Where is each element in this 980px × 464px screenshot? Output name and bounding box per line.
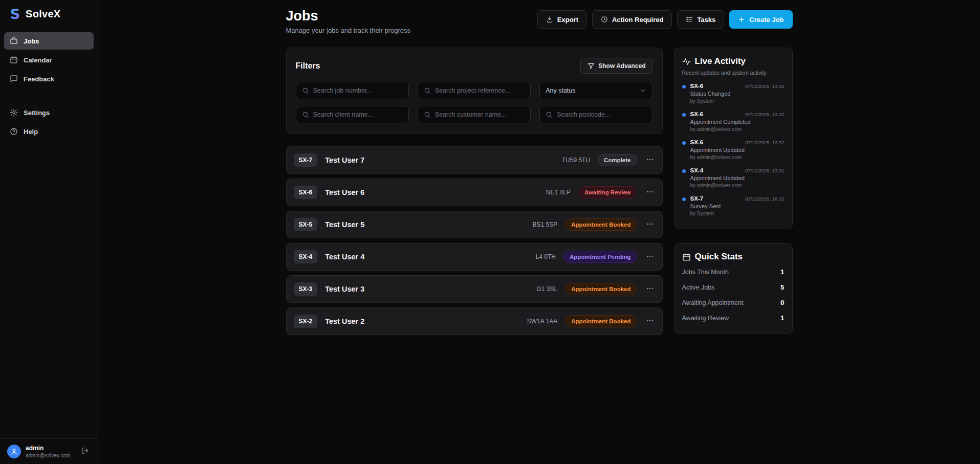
customer-name-input[interactable] [435,111,525,118]
activity-job-id: SX-6 [690,139,704,145]
filters-panel: Filters Show Advanced [286,48,663,134]
sidebar-item-calendar[interactable]: Calendar [4,51,94,69]
activity-dot [682,197,686,201]
activity-job-id: SX-6 [690,83,704,89]
job-id-chip: SX-4 [294,250,318,263]
clock-icon [601,16,608,23]
job-status-badge: Complete [598,154,637,166]
activity-list: SX-6 07/12/2025, 13:32 Status Changed by… [682,83,785,216]
activity-item: SX-6 07/12/2025, 13:32 Appointment Updat… [682,139,785,160]
create-job-button[interactable]: Create Job [729,10,792,29]
logout-button[interactable] [79,445,91,458]
job-id-chip: SX-2 [294,315,318,328]
activity-event: Status Changed [690,91,785,97]
job-row[interactable]: SX-2 Test User 2 SW1A 1AA Appointment Bo… [286,307,663,335]
job-postcode: L4 0TH [536,253,556,260]
ellipsis-icon [646,188,654,196]
search-icon [546,111,553,118]
job-postcode: NE1 4LP [546,189,571,196]
ellipsis-icon [646,156,654,164]
header-actions: Export Action Required Tasks [537,10,793,29]
ellipsis-icon [646,220,654,228]
client-name-input[interactable] [313,111,403,118]
status-select[interactable]: Any status [539,82,652,99]
stat-value: 5 [780,283,785,291]
avatar [7,445,21,458]
app-name: SolveX [26,8,61,20]
job-name: Test User 5 [325,220,364,229]
activity-dot [682,85,686,89]
export-button[interactable]: Export [537,10,587,29]
stat-label: Awaiting Appointment [682,299,744,306]
job-status-badge: Appointment Pending [563,251,637,263]
ellipsis-icon [646,284,654,293]
sidebar-item-settings[interactable]: Settings [4,104,94,121]
job-row[interactable]: SX-4 Test User 4 L4 0TH Appointment Pend… [286,243,663,271]
activity-event: Appointment Completed [690,119,785,125]
job-list: SX-7 Test User 7 TU59 5TU Complete [286,146,663,335]
logout-icon [81,447,89,454]
status-select-value: Any status [546,87,575,94]
job-id-chip: SX-3 [294,282,318,296]
job-status-badge: Awaiting Review [578,186,637,198]
job-row[interactable]: SX-5 Test User 5 BS1 5SP Appointment Boo… [286,211,663,238]
job-number-search-field [296,82,409,99]
ellipsis-icon [646,317,654,325]
activity-item: SX-4 07/12/2025, 13:31 Appointment Updat… [682,167,785,188]
job-status-badge: Appointment Booked [565,315,637,327]
show-advanced-label: Show Advanced [598,62,645,70]
user-info: admin admin@solvex.com [26,445,75,458]
funnel-icon [587,62,595,70]
client-name-search-field [296,106,409,123]
gear-icon [10,108,18,117]
row-menu-button[interactable] [645,186,655,200]
job-id-chip: SX-6 [294,186,318,199]
job-row[interactable]: SX-3 Test User 3 G1 3SL Appointment Book… [286,275,663,303]
sidebar-item-label: Jobs [24,37,39,45]
postcode-search-field [539,106,652,123]
page-title: Jobs [286,8,411,24]
sidebar-item-help[interactable]: Help [4,123,94,140]
activity-job-id: SX-7 [690,195,704,202]
show-advanced-button[interactable]: Show Advanced [580,58,652,74]
activity-author: by admin@solvex.com [690,154,785,160]
solvex-logo-icon: S [8,7,22,21]
sidebar-item-feedback[interactable]: Feedback [4,70,94,87]
row-menu-button[interactable] [645,153,655,167]
job-name: Test User 6 [325,188,364,196]
sidebar-item-jobs[interactable]: Jobs [4,32,94,50]
job-row[interactable]: SX-6 Test User 6 NE1 4LP Awaiting Review [286,179,663,206]
job-name: Test User 3 [325,285,364,293]
row-menu-button[interactable] [645,218,655,232]
job-id-chip: SX-5 [294,218,318,231]
page-header: Jobs Manage your jobs and track their pr… [286,8,793,34]
tasks-button[interactable]: Tasks [677,10,724,29]
job-status-badge: Appointment Booked [565,283,637,295]
job-row[interactable]: SX-7 Test User 7 TU59 5TU Complete [286,146,663,174]
row-menu-button[interactable] [645,282,655,296]
sidebar-item-label: Calendar [24,56,52,64]
row-menu-button[interactable] [645,250,655,264]
job-status-badge: Appointment Booked [565,218,637,231]
activity-author: by System [690,211,785,216]
job-name: Test User 2 [325,317,364,325]
user-name: admin [26,445,75,452]
user-footer: admin admin@solvex.com [0,438,98,464]
project-reference-input[interactable] [435,87,525,94]
action-required-button[interactable]: Action Required [592,10,672,29]
download-icon [546,16,553,23]
stat-label: Jobs This Month [682,269,729,276]
activity-timestamp: 07/12/2025, 13:32 [745,112,785,117]
row-menu-button[interactable] [645,315,655,328]
export-label: Export [557,16,578,24]
stat-label: Active Jobs [682,284,715,291]
calendar-stats-icon [682,253,691,261]
activity-timestamp: 07/12/2025, 13:31 [745,168,785,173]
job-number-input[interactable] [313,87,403,94]
search-icon [302,111,309,118]
briefcase-icon [10,37,18,45]
job-id-chip: SX-7 [294,153,318,167]
activity-timestamp: 03/12/2025, 18:32 [745,196,785,202]
job-postcode: TU59 5TU [562,157,590,164]
postcode-input[interactable] [557,111,646,118]
